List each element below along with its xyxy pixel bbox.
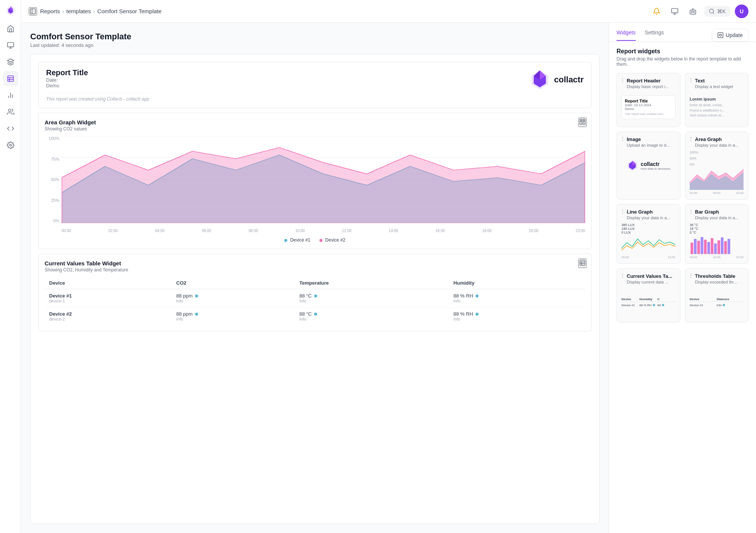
temp-cell: 88 °C Info <box>295 289 449 307</box>
wc-desc: Display your data in a... <box>621 215 675 220</box>
widget-card-text[interactable]: ⋮⋮ Text Display a text widget Lorem ipsu… <box>685 73 749 127</box>
report-page-header: Comfort Sensor Template Last updated: 4 … <box>30 32 600 48</box>
table-row: Device #2 device-2 88 ppm Info 88 °C Inf… <box>45 307 585 325</box>
widget-card-current-values[interactable]: ⋮⋮ Current Values Ta... Display current … <box>617 268 680 322</box>
tab-widgets[interactable]: Widgets <box>617 29 636 41</box>
chart-x-labels: 00:0002:0004:0006:0008:00 10:0012:0014:0… <box>62 223 585 234</box>
area-graph-options[interactable] <box>578 118 587 127</box>
wc-preview: 100%50%0% 00:0009:0023:00 <box>690 150 744 195</box>
wc-desc: Display your data in a... <box>690 215 744 220</box>
sidebar-item-settings[interactable] <box>3 138 18 153</box>
widget-card-area-graph[interactable]: ⋮⋮ Area Graph Display your data in a... … <box>685 132 749 200</box>
svg-rect-57 <box>711 238 713 254</box>
widget-card-report-header[interactable]: ⋮⋮ Report Header Display basic report i.… <box>617 73 680 127</box>
sidebar-toggle[interactable] <box>29 7 37 15</box>
topbar-robot-icon[interactable] <box>686 5 700 18</box>
wc-preview: Device Humidity C Device #1 88 % RH 88 <box>621 287 675 318</box>
search-bar[interactable]: ⌘K <box>704 6 730 17</box>
update-icon <box>717 32 723 38</box>
svg-rect-40 <box>580 260 585 265</box>
sidebar-item-chart[interactable] <box>3 88 18 103</box>
svg-rect-16 <box>30 9 36 14</box>
report-editor: Comfort Sensor Template Last updated: 4 … <box>21 23 609 533</box>
app-logo[interactable] <box>5 5 17 17</box>
breadcrumb-reports[interactable]: Reports <box>40 8 60 14</box>
report-display-title: Report Title <box>46 68 149 77</box>
svg-rect-56 <box>707 242 710 254</box>
breadcrumb-sep-1: › <box>62 8 64 14</box>
co2-cell: 88 ppm Info <box>172 307 295 325</box>
widgets-section-desc: Drag and drop the widgets below in the r… <box>617 56 748 67</box>
sidebar-item-reports[interactable] <box>3 71 18 86</box>
sidebar-item-layers[interactable] <box>3 54 18 70</box>
sidebar-item-home[interactable] <box>3 21 18 36</box>
table-widget-options[interactable] <box>578 259 587 268</box>
widget-card-thresholds[interactable]: ⋮⋮ Thresholds Table Display exceeded thr… <box>685 268 749 322</box>
drag-handle: ⋮⋮ <box>620 273 631 279</box>
user-avatar[interactable]: U <box>735 5 748 18</box>
col-co2: CO2 <box>172 277 295 289</box>
svg-rect-21 <box>690 10 696 14</box>
right-sidebar: Widgets Settings Update Report widgets D… <box>609 23 756 533</box>
drag-handle: ⋮⋮ <box>620 136 631 142</box>
co2-cell: 88 ppm Info <box>172 289 295 307</box>
device-cell: Device #2 device-2 <box>45 307 172 325</box>
humidity-cell: 88 % RH Info <box>449 289 585 307</box>
data-table: Device CO2 Temperature Humidity Device #… <box>45 277 585 325</box>
chart-y-labels: 100%75%50%25%0% <box>45 136 62 223</box>
topbar-monitor-icon[interactable] <box>668 5 682 18</box>
area-graph-widget: Area Graph Widget Showing CO2 values 100… <box>38 113 592 249</box>
svg-point-15 <box>9 144 11 146</box>
area-graph-title: Area Graph Widget <box>45 119 585 126</box>
widget-card-line-graph[interactable]: ⋮⋮ Line Graph Display your data in a... … <box>617 204 680 264</box>
svg-rect-60 <box>720 237 723 254</box>
collactr-logo-icon <box>528 68 551 91</box>
drag-handle: ⋮⋮ <box>620 208 631 214</box>
wc-preview: Report Title Date: 19-12-2024 Demo This … <box>621 92 675 122</box>
drag-handle: ⋮⋮ <box>688 77 699 83</box>
wc-desc: Upload an image to d... <box>621 143 675 147</box>
legend-device1: Device #1 <box>284 237 310 243</box>
widget-card-image[interactable]: ⋮⋮ Image Upload an image to d... <box>617 132 680 200</box>
col-device: Device <box>45 277 172 289</box>
wc-desc: Display your data in a... <box>690 143 744 147</box>
area-graph-chart: 100%75%50%25%0% <box>45 136 585 234</box>
svg-rect-58 <box>714 243 717 254</box>
widget-card-bar-graph[interactable]: ⋮⋮ Bar Graph Display your data in a... 3… <box>685 204 749 264</box>
sidebar-item-analytics[interactable] <box>3 38 18 53</box>
topbar-notifications-icon[interactable] <box>650 5 663 18</box>
sidebar-tabs: Widgets Settings <box>617 29 664 41</box>
update-button[interactable]: Update <box>712 29 748 42</box>
report-note: This report was created using Collactr -… <box>46 93 149 102</box>
sidebar-item-users[interactable] <box>3 104 18 119</box>
table-widget: Current Values Table Widget Showing CO2,… <box>38 254 592 332</box>
collactr-text: collactr <box>554 75 584 85</box>
svg-rect-53 <box>697 241 700 254</box>
svg-rect-3 <box>7 43 14 47</box>
drag-handle: ⋮⋮ <box>688 273 699 279</box>
wc-desc: Display exceeded thr... <box>690 280 744 284</box>
sidebar-item-code[interactable] <box>3 121 18 136</box>
svg-rect-54 <box>700 237 703 254</box>
breadcrumb-current: Comfort Sensor Template <box>98 8 162 14</box>
drag-handle: ⋮⋮ <box>688 136 699 142</box>
tab-settings[interactable]: Settings <box>645 29 664 41</box>
svg-point-45 <box>719 34 721 36</box>
col-temperature: Temperature <box>295 277 449 289</box>
report-last-updated: Last updated: 4 seconds ago <box>30 42 600 48</box>
topbar: Reports › templates › Comfort Sensor Tem… <box>21 0 756 23</box>
svg-rect-44 <box>718 33 723 37</box>
topbar-actions: ⌘K U <box>650 5 748 18</box>
svg-marker-39 <box>62 147 585 223</box>
col-humidity: Humidity <box>449 277 585 289</box>
drag-handle: ⋮⋮ <box>688 208 699 214</box>
report-title-block: Report Title Date: Demo This report was … <box>46 68 149 102</box>
humidity-cell: 88 % RH Info <box>449 307 585 325</box>
wc-desc: Display a text widget <box>690 84 744 89</box>
device-cell: Device #1 device-1 <box>45 289 172 307</box>
search-icon <box>709 8 715 14</box>
breadcrumb-templates[interactable]: templates <box>67 8 91 14</box>
area-graph-subtitle: Showing CO2 values <box>45 126 585 132</box>
svg-rect-61 <box>724 241 727 254</box>
svg-rect-18 <box>671 8 678 13</box>
